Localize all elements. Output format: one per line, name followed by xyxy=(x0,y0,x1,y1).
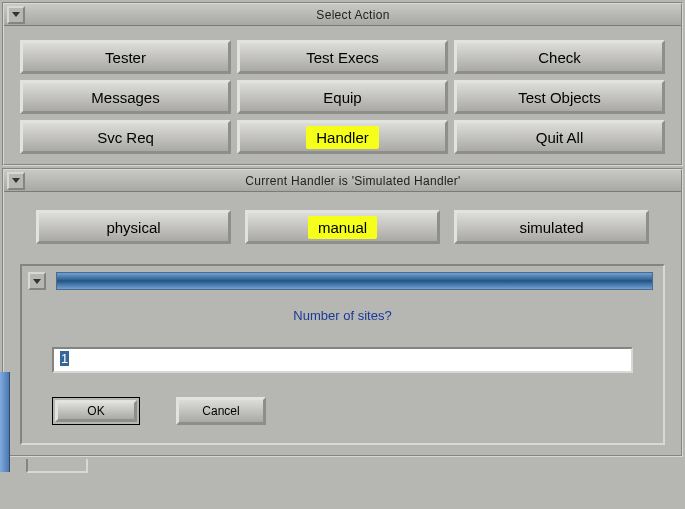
test-objects-button[interactable]: Test Objects xyxy=(454,80,665,114)
window-edge xyxy=(0,372,10,472)
select-action-panel: Select Action Tester Test Execs Check Me… xyxy=(2,2,683,166)
chevron-down-icon xyxy=(12,178,20,183)
svc-req-button[interactable]: Svc Req xyxy=(20,120,231,154)
prompt-panel: Number of sites? 1 OK Cancel xyxy=(20,264,665,445)
sites-input[interactable]: 1 xyxy=(52,347,633,373)
quit-all-button[interactable]: Quit All xyxy=(454,120,665,154)
handler-button[interactable]: Handler xyxy=(237,120,448,154)
prompt-titlebar xyxy=(56,272,653,290)
check-button[interactable]: Check xyxy=(454,40,665,74)
ok-button[interactable]: OK xyxy=(55,400,137,422)
manual-button[interactable]: manual xyxy=(245,210,440,244)
messages-button[interactable]: Messages xyxy=(20,80,231,114)
highlight-marker: Handler xyxy=(316,129,369,146)
handler-mode-row: physical manual simulated xyxy=(4,192,681,260)
handler-title: Current Handler is 'Simulated Handler' xyxy=(25,174,681,188)
collapse-button[interactable] xyxy=(28,272,46,290)
dialog-buttons: OK Cancel xyxy=(22,381,663,443)
input-row: 1 xyxy=(52,347,633,373)
cancel-button[interactable]: Cancel xyxy=(176,397,266,425)
chevron-down-icon xyxy=(33,279,41,284)
select-action-titlebar: Select Action xyxy=(4,4,681,26)
highlight-marker: manual xyxy=(318,219,367,236)
simulated-button[interactable]: simulated xyxy=(454,210,649,244)
default-button-frame: OK xyxy=(52,397,140,425)
handler-panel: Current Handler is 'Simulated Handler' p… xyxy=(2,168,683,457)
chevron-down-icon xyxy=(12,12,20,17)
app-window: Select Action Tester Test Execs Check Me… xyxy=(0,2,685,473)
tester-button[interactable]: Tester xyxy=(20,40,231,74)
handler-titlebar: Current Handler is 'Simulated Handler' xyxy=(4,170,681,192)
collapse-button[interactable] xyxy=(7,172,25,190)
physical-button[interactable]: physical xyxy=(36,210,231,244)
select-action-title: Select Action xyxy=(25,8,681,22)
fragment xyxy=(26,459,88,473)
prompt-label: Number of sites? xyxy=(22,308,663,323)
action-grid: Tester Test Execs Check Messages Equip T… xyxy=(4,26,681,164)
test-execs-button[interactable]: Test Execs xyxy=(237,40,448,74)
equip-button[interactable]: Equip xyxy=(237,80,448,114)
collapse-button[interactable] xyxy=(7,6,25,24)
